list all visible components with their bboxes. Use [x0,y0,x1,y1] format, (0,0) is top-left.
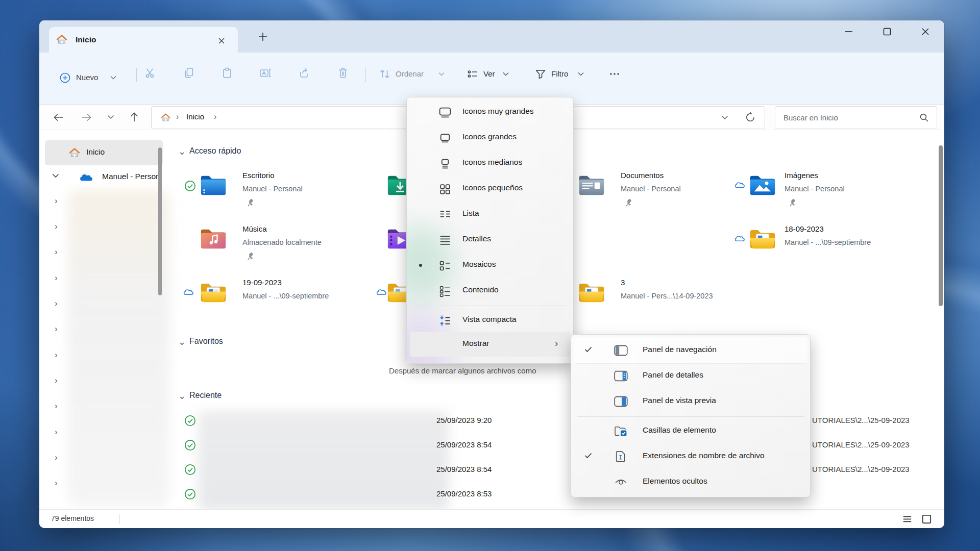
sidebar-scrollbar[interactable] [158,147,162,295]
cut-button[interactable] [144,67,157,79]
search-input[interactable] [782,107,917,128]
tree-chevron-icon[interactable]: › [55,274,62,282]
section-header-quick-access[interactable]: ⌄ Acceso rápido [178,146,306,158]
more-options-button[interactable] [608,68,621,80]
cloud-status-icon [182,287,195,296]
filter-button[interactable]: Filtro [532,67,591,89]
section-collapse-chevron-icon[interactable]: ⌄ [178,390,186,402]
check-icon [584,453,592,459]
main-scrollbar[interactable] [939,145,943,306]
menu-item-detalles[interactable]: Detalles [407,227,573,253]
new-button[interactable]: Nuevo [55,67,121,89]
quick-access-item-3[interactable]: 3 Manuel - Pers...\14-09-2023 [577,276,745,312]
tab-close-icon[interactable] [215,34,228,47]
details-pane-icon [614,370,628,382]
view-button[interactable]: Ver [464,67,515,89]
menu-item-vista-compacta[interactable]: Vista compacta [407,308,573,333]
hidden-items-eye-icon [614,476,628,488]
address-dropdown-chevron-icon[interactable] [721,115,728,120]
submenu-item-panel-navegacion[interactable]: Panel de navegación [571,338,810,363]
sort-button[interactable]: Ordenar [376,67,448,89]
folder-documents-icon [577,173,606,196]
menu-item-label: Iconos grandes [462,132,517,141]
menu-item-mostrar[interactable]: Mostrar › [407,332,573,357]
up-icon[interactable] [128,111,140,123]
folder-yellow-icon [748,227,777,250]
recent-date: 25/09/2023 9:20 [436,416,492,424]
breadcrumb-item[interactable]: Inicio [186,112,204,121]
menu-item-iconos-muy-grandes[interactable]: Iconos muy grandes [407,99,573,125]
sort-icon [379,68,391,80]
refresh-icon[interactable] [745,112,756,123]
paste-button[interactable] [221,67,233,79]
submenu-expand-chevron-icon: › [555,338,558,349]
tree-chevron-icon[interactable]: › [55,325,62,333]
tree-chevron-icon[interactable]: › [55,377,62,384]
chevron-down-icon [438,72,445,76]
submenu-item-panel-detalles[interactable]: Panel de detalles [571,363,810,389]
submenu-item-casillas[interactable]: Casillas de elemento [571,418,810,444]
menu-item-contenido[interactable]: Contenido [407,278,573,304]
section-collapse-chevron-icon[interactable]: ⌄ [178,336,186,347]
menu-item-iconos-pequenos[interactable]: Iconos pequeños [407,176,573,202]
tree-chevron-icon[interactable]: › [55,223,62,230]
submenu-item-extensiones[interactable]: Extensiones de nombre de archivo [571,444,810,469]
copy-button[interactable] [183,67,195,79]
view-button-label: Ver [483,69,495,78]
tree-chevron-icon[interactable]: › [55,429,62,436]
menu-item-mosaicos[interactable]: Mosaicos [407,253,573,278]
thumbnail-view-toggle-icon[interactable] [921,513,933,525]
menu-item-iconos-grandes[interactable]: Iconos grandes [407,125,573,151]
tab-inicio[interactable]: Inicio [49,27,238,53]
close-button[interactable] [914,20,937,43]
forward-icon[interactable] [80,111,92,123]
sync-check-icon [184,464,196,475]
quick-access-item-18-09-2023[interactable]: 18-09-2023 Manuel - ...\09-septiembre [719,222,888,268]
submenu-item-elementos-ocultos[interactable]: Elementos ocultos [571,469,810,495]
details-view-toggle-icon[interactable] [901,513,913,525]
sidebar-item-inicio[interactable]: Inicio [45,140,163,165]
menu-item-iconos-medianos[interactable]: Iconos medianos [407,151,573,176]
tree-chevron-icon[interactable]: › [55,480,62,487]
show-submenu: Panel de navegación Panel de detalles Pa… [571,334,811,497]
new-tab-button[interactable] [256,30,270,44]
item-name: 19-09-2023 [242,278,282,287]
section-header-reciente[interactable]: ⌄ Reciente [178,390,306,403]
home-icon [69,147,80,158]
item-location: Manuel - Pers...\14-09-2023 [621,292,713,300]
breadcrumb-chevron-icon: › [176,112,179,122]
menu-item-lista[interactable]: Lista [407,202,573,227]
share-button[interactable] [298,67,310,79]
tree-chevron-icon[interactable]: › [55,352,62,359]
back-icon[interactable] [53,111,65,123]
submenu-item-panel-vista-previa[interactable]: Panel de vista previa [571,389,810,414]
quick-access-item-escritorio[interactable]: Escritorio Manuel - Personal [182,169,351,215]
navigation-pane: Inicio Manuel - Person › › › › › › [39,130,168,509]
minimize-button[interactable] [837,20,861,43]
tree-chevron-icon[interactable]: › [55,248,62,256]
delete-button[interactable] [337,67,349,79]
recent-locations-chevron-icon[interactable] [107,115,114,119]
navigation-pane-icon [614,344,628,357]
item-name: Imágenes [785,171,818,180]
tree-chevron-icon[interactable]: › [55,403,62,410]
folder-pictures-icon [748,173,777,196]
item-name: Escritorio [242,171,275,180]
tree-chevron-icon[interactable]: › [55,197,62,205]
quick-access-item-19-09-2023[interactable]: 19-09-2023 Manuel - ...\09-septiembre [182,276,351,312]
section-header-favoritos[interactable]: ⌄ Favoritos [178,336,306,348]
maximize-button[interactable] [875,20,899,43]
sync-check-icon [184,180,196,192]
quick-access-item-musica[interactable]: Música Almacenado localmente [182,222,351,268]
search-icon [919,112,929,123]
check-icon [584,346,592,353]
chevron-expanded-icon[interactable] [52,173,59,178]
tree-chevron-icon[interactable]: › [55,454,62,461]
section-collapse-chevron-icon[interactable]: ⌄ [178,146,186,157]
quick-access-item-imagenes[interactable]: Imágenes Manuel - Personal [719,169,888,215]
rename-button[interactable] [259,67,272,79]
item-location: Manuel - ...\09-septiembre [785,238,871,246]
sidebar-item-onedrive[interactable]: Manuel - Person [39,167,168,188]
tree-chevron-icon[interactable]: › [55,300,62,307]
medium-icons-icon [438,157,452,170]
